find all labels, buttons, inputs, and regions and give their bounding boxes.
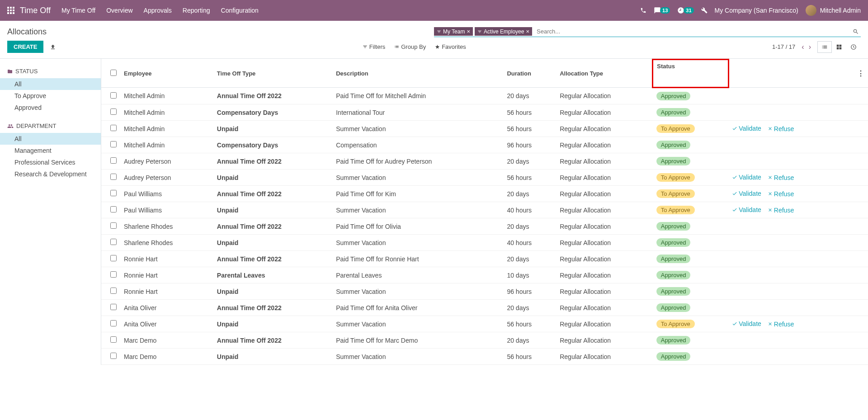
col-status[interactable]: Status [653, 60, 728, 88]
table-row[interactable]: Audrey PetersonUnpaidSummer Vacation56 h… [101, 170, 868, 186]
refuse-button[interactable]: Refuse [768, 125, 794, 132]
menu-my-time-off[interactable]: My Time Off [61, 7, 95, 14]
row-checkbox[interactable] [110, 109, 117, 115]
view-activity[interactable] [846, 41, 861, 53]
row-checkbox[interactable] [110, 174, 117, 180]
favorites-button[interactable]: Favorites [435, 43, 466, 50]
table-row[interactable]: Audrey PetersonAnnual Time Off 2022Paid … [101, 153, 868, 170]
row-checkbox[interactable] [110, 271, 117, 278]
col-allocation[interactable]: Allocation Type [556, 60, 653, 88]
create-button[interactable]: CREATE [7, 41, 43, 53]
menu-reporting[interactable]: Reporting [183, 7, 210, 14]
table-row[interactable]: Mitchell AdminUnpaidSummer Vacation56 ho… [101, 121, 868, 137]
filters-button[interactable]: Filters [363, 43, 385, 50]
group-by-button[interactable]: Group By [394, 43, 426, 50]
menu-approvals[interactable]: Approvals [144, 7, 172, 14]
row-checkbox[interactable] [110, 320, 117, 326]
row-checkbox[interactable] [110, 190, 117, 196]
user-menu[interactable]: Mitchell Admin [806, 5, 861, 16]
validate-button[interactable]: Validate [732, 174, 761, 181]
cell-description: Paid Time Off for Mitchell Admin [332, 88, 503, 104]
sidebar-dept-rd[interactable]: Research & Development [0, 168, 101, 180]
row-checkbox[interactable] [110, 239, 117, 245]
search-input[interactable] [534, 26, 849, 37]
table-row[interactable]: Mitchell AdminAnnual Time Off 2022Paid T… [101, 88, 868, 104]
validate-button[interactable]: Validate [732, 125, 761, 132]
debug-icon[interactable] [701, 7, 708, 14]
company-selector[interactable]: My Company (San Francisco) [715, 7, 798, 14]
row-checkbox[interactable] [110, 125, 117, 131]
table-row[interactable]: Sharlene RhodesUnpaidSummer Vacation40 h… [101, 235, 868, 251]
table-row[interactable]: Ronnie HartUnpaidSummer Vacation96 hours… [101, 283, 868, 300]
table-row[interactable]: Marc DemoAnnual Time Off 2022Paid Time O… [101, 332, 868, 349]
table-row[interactable]: Sharlene RhodesAnnual Time Off 2022Paid … [101, 218, 868, 235]
row-checkbox[interactable] [110, 206, 117, 212]
sidebar-status-to-approve[interactable]: To Approve [0, 90, 101, 102]
cell-type: Annual Time Off 2022 [213, 251, 332, 267]
avatar [806, 5, 816, 16]
pager[interactable]: 1-17 / 17 [772, 43, 795, 50]
cell-duration: 56 hours [503, 349, 556, 365]
app-brand[interactable]: Time Off [20, 6, 51, 15]
select-all-checkbox[interactable] [110, 70, 117, 76]
col-employee[interactable]: Employee [120, 60, 213, 88]
refuse-button[interactable]: Refuse [768, 207, 794, 214]
status-badge: Approved [656, 157, 691, 165]
cell-employee: Paul Williams [120, 202, 213, 218]
row-checkbox[interactable] [110, 304, 117, 310]
cell-empty [854, 170, 868, 186]
refuse-button[interactable]: Refuse [768, 321, 794, 328]
row-checkbox[interactable] [110, 288, 117, 294]
table-row[interactable]: Anita OliverAnnual Time Off 2022Paid Tim… [101, 300, 868, 316]
refuse-button[interactable]: Refuse [768, 174, 794, 181]
sidebar-dept-professional[interactable]: Professional Services [0, 156, 101, 168]
table-row[interactable]: Mitchell AdminCompensatory DaysCompensat… [101, 137, 868, 153]
view-kanban[interactable] [832, 41, 846, 53]
view-list[interactable] [817, 41, 832, 53]
cell-actions: ValidateRefuse [728, 186, 854, 202]
validate-button[interactable]: Validate [732, 320, 761, 327]
phone-icon[interactable] [640, 7, 646, 14]
activities-icon[interactable]: 31 [677, 7, 693, 14]
remove-filter-icon[interactable]: × [526, 28, 529, 35]
cell-actions [728, 137, 854, 153]
table-row[interactable]: Ronnie HartParental LeavesParental Leave… [101, 267, 868, 283]
table-row[interactable]: Ronnie HartAnnual Time Off 2022Paid Time… [101, 251, 868, 267]
table-row[interactable]: Mitchell AdminCompensatory DaysInternati… [101, 104, 868, 121]
table-row[interactable]: Marc DemoUnpaidSummer Vacation56 hoursRe… [101, 349, 868, 365]
menu-configuration[interactable]: Configuration [221, 7, 259, 14]
cell-type: Compensatory Days [213, 104, 332, 121]
row-checkbox[interactable] [110, 255, 117, 261]
cell-duration: 96 hours [503, 137, 556, 153]
pager-next[interactable]: › [809, 43, 811, 51]
apps-icon[interactable] [7, 7, 14, 14]
row-checkbox[interactable] [110, 157, 117, 164]
row-checkbox[interactable] [110, 92, 117, 99]
table-row[interactable]: Paul WilliamsUnpaidSummer Vacation40 hou… [101, 202, 868, 218]
pager-prev[interactable]: ‹ [802, 43, 804, 51]
row-checkbox[interactable] [110, 353, 117, 359]
validate-button[interactable]: Validate [732, 190, 761, 197]
sidebar-status-all[interactable]: All [0, 78, 101, 90]
upload-icon[interactable] [50, 44, 56, 50]
filter-tag-active-employee[interactable]: Active Employee × [475, 27, 532, 36]
table-row[interactable]: Anita OliverUnpaidSummer Vacation56 hour… [101, 316, 868, 332]
col-options[interactable]: ⋮ [854, 60, 868, 88]
filter-tag-my-team[interactable]: My Team × [434, 27, 473, 36]
col-duration[interactable]: Duration [503, 60, 556, 88]
sidebar-status-approved[interactable]: Approved [0, 102, 101, 113]
row-checkbox[interactable] [110, 222, 117, 229]
messages-icon[interactable]: 13 [654, 7, 670, 14]
menu-overview[interactable]: Overview [106, 7, 132, 14]
search-icon[interactable] [851, 27, 861, 37]
sidebar-dept-all[interactable]: All [0, 133, 101, 145]
row-checkbox[interactable] [110, 141, 117, 147]
validate-button[interactable]: Validate [732, 206, 761, 213]
sidebar-dept-management[interactable]: Management [0, 145, 101, 156]
col-description[interactable]: Description [332, 60, 503, 88]
col-type[interactable]: Time Off Type [213, 60, 332, 88]
refuse-button[interactable]: Refuse [768, 190, 794, 198]
table-row[interactable]: Paul WilliamsAnnual Time Off 2022Paid Ti… [101, 186, 868, 202]
row-checkbox[interactable] [110, 336, 117, 343]
remove-filter-icon[interactable]: × [467, 28, 470, 35]
